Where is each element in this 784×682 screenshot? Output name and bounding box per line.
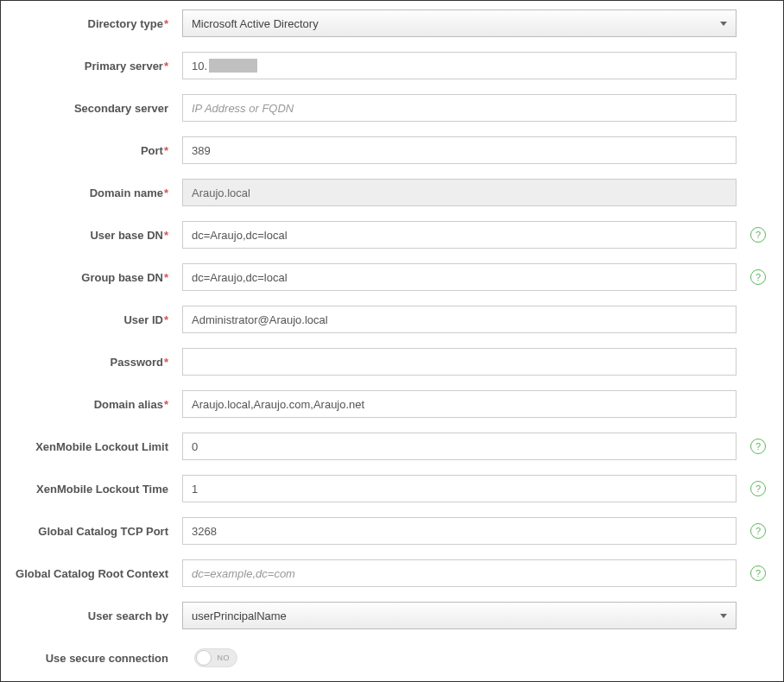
label-group-base-dn: Group base DN* xyxy=(9,271,182,284)
label-user-search-by: User search by xyxy=(9,609,182,622)
label-use-secure: Use secure connection xyxy=(9,652,182,665)
group-base-dn-input[interactable] xyxy=(182,263,737,291)
required-marker: * xyxy=(164,17,168,30)
user-search-by-value: userPrincipalName xyxy=(192,609,720,622)
label-lockout-limit: XenMobile Lockout Limit xyxy=(9,440,182,453)
required-marker: * xyxy=(164,186,168,199)
label-domain-alias: Domain alias* xyxy=(9,398,182,411)
help-icon[interactable]: ? xyxy=(750,565,766,581)
lockout-time-input[interactable] xyxy=(182,475,737,502)
row-user-id: User ID* xyxy=(9,306,766,333)
row-lockout-time: XenMobile Lockout Time ? xyxy=(9,475,766,502)
row-lockout-limit: XenMobile Lockout Limit ? xyxy=(9,433,766,460)
chevron-down-icon xyxy=(720,614,727,618)
redacted-block xyxy=(209,59,257,73)
row-user-search-by: User search by userPrincipalName xyxy=(9,602,766,629)
required-marker: * xyxy=(164,229,168,242)
user-base-dn-input[interactable] xyxy=(182,221,737,249)
port-input[interactable] xyxy=(182,136,737,164)
required-marker: * xyxy=(164,313,168,326)
help-icon[interactable]: ? xyxy=(750,439,766,454)
label-lockout-time: XenMobile Lockout Time xyxy=(9,483,182,496)
help-icon[interactable]: ? xyxy=(750,269,766,285)
help-icon[interactable]: ? xyxy=(750,523,766,539)
label-gc-tcp-port: Global Catalog TCP Port xyxy=(9,525,182,538)
label-secondary-server: Secondary server xyxy=(9,102,182,115)
row-domain-name: Domain name* xyxy=(9,179,766,206)
label-password: Password* xyxy=(9,356,182,369)
row-user-base-dn: User base DN* ? xyxy=(9,221,766,249)
label-user-base-dn: User base DN* xyxy=(9,229,182,242)
label-directory-type: Directory type* xyxy=(9,17,182,30)
row-directory-type: Directory type* Microsoft Active Directo… xyxy=(9,9,766,37)
required-marker: * xyxy=(164,398,168,411)
row-primary-server: Primary server* 10. xyxy=(9,52,766,79)
domain-name-input xyxy=(182,179,737,206)
user-search-by-select[interactable]: userPrincipalName xyxy=(182,602,737,629)
primary-server-input[interactable]: 10. xyxy=(182,52,737,79)
required-marker: * xyxy=(164,356,168,369)
row-domain-alias: Domain alias* xyxy=(9,390,766,418)
label-port: Port* xyxy=(9,144,182,157)
user-id-input[interactable] xyxy=(182,306,737,333)
row-use-secure: Use secure connection NO xyxy=(9,644,766,672)
help-icon[interactable]: ? xyxy=(750,481,766,496)
toggle-label: NO xyxy=(218,654,231,662)
secondary-server-input[interactable] xyxy=(182,94,737,122)
chevron-down-icon xyxy=(720,22,727,26)
gc-root-context-input[interactable] xyxy=(182,559,737,587)
row-port: Port* xyxy=(9,136,766,164)
row-secondary-server: Secondary server xyxy=(9,94,766,122)
required-marker: * xyxy=(164,144,168,157)
directory-type-select[interactable]: Microsoft Active Directory xyxy=(182,9,737,37)
label-primary-server: Primary server* xyxy=(9,60,182,73)
row-group-base-dn: Group base DN* ? xyxy=(9,263,766,291)
password-input[interactable] xyxy=(182,348,737,376)
domain-alias-input[interactable] xyxy=(182,390,737,418)
gc-tcp-port-input[interactable] xyxy=(182,517,737,545)
directory-type-value: Microsoft Active Directory xyxy=(192,17,720,30)
label-domain-name: Domain name* xyxy=(9,186,182,199)
row-gc-tcp-port: Global Catalog TCP Port ? xyxy=(9,517,766,545)
label-user-id: User ID* xyxy=(9,313,182,326)
row-gc-root-context: Global Catalog Root Context ? xyxy=(9,559,766,587)
help-icon[interactable]: ? xyxy=(750,227,766,243)
required-marker: * xyxy=(164,60,168,73)
required-marker: * xyxy=(164,271,168,284)
use-secure-toggle[interactable]: NO xyxy=(194,648,237,667)
toggle-knob xyxy=(196,650,212,666)
lockout-limit-input[interactable] xyxy=(182,433,737,460)
primary-server-prefix: 10. xyxy=(192,60,207,73)
ldap-config-form: Directory type* Microsoft Active Directo… xyxy=(0,0,784,682)
row-password: Password* xyxy=(9,348,766,376)
label-gc-root-context: Global Catalog Root Context xyxy=(9,567,182,580)
